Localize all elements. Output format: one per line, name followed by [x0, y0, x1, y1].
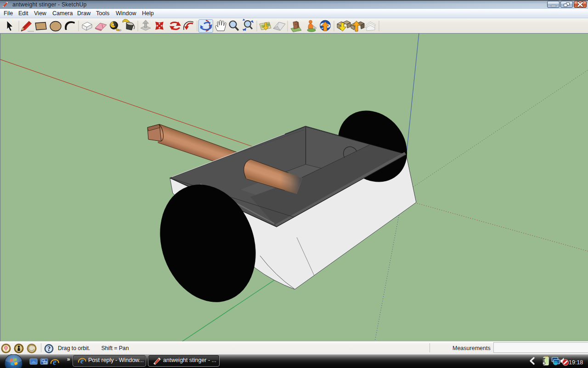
svg-text:e: e — [53, 357, 57, 367]
svg-text:?: ? — [47, 345, 51, 352]
svg-text:»: » — [67, 356, 70, 362]
